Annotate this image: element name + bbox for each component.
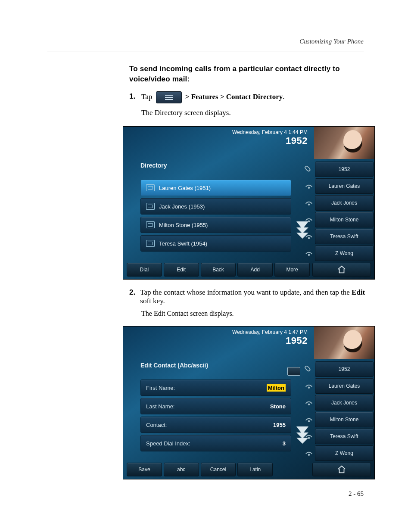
field-label: Last Name: [146,403,174,410]
softkey-save[interactable]: Save [127,463,162,476]
speed-dial-icon [304,215,314,224]
step-number: 1. [129,91,141,102]
field-label: Contact: [146,422,167,428]
line-key[interactable]: Milton Stone [315,212,374,227]
svg-point-3 [308,238,310,239]
page-number: 2 - 65 [349,490,364,498]
line-key[interactable]: Z Wong [315,445,374,461]
list-item[interactable]: Jack Jones (1953) [140,198,291,215]
panel-title: Edit Contact (Abc/ascii) [140,362,208,369]
status-extension: 1952 [232,335,308,346]
directory-list: Lauren Gates (1951) Jack Jones (1953) Mi… [140,177,291,254]
svg-point-8 [308,438,310,439]
line-key-label: Lauren Gates [329,383,360,389]
line-key[interactable]: Jack Jones [315,195,374,211]
line-key[interactable]: Z Wong [315,246,374,261]
list-item[interactable]: Lauren Gates (1951) [140,180,291,196]
softkey-add[interactable]: Add [237,263,273,277]
handset-icon [304,364,314,374]
line-key-label: Teresa Swift [330,433,358,439]
softkey-cancel[interactable]: Cancel [201,463,236,476]
line-key-label: Jack Jones [331,200,357,206]
contact-card-icon [146,203,155,210]
speed-dial-icon [304,249,314,258]
contact-card-icon [146,240,155,247]
home-button[interactable] [312,263,371,277]
step-body: Tap the contact whose information you wa… [140,288,368,305]
speed-dial-icon [304,398,314,408]
line-key-label: 1952 [339,166,350,172]
softkey-dial[interactable]: Dial [127,263,162,277]
line-key-label: Teresa Swift [330,233,358,240]
field-last-name[interactable]: Last Name: Stone [140,398,291,414]
softkey-abc[interactable]: abc [164,463,199,476]
softkey-back[interactable]: Back [201,263,236,277]
field-value: Milton [267,384,286,392]
status-bar: Wednesday, February 4 1:47 PM 1952 [232,329,308,346]
step-body: Tap > Features > Contact Directory. [141,91,284,103]
procedure-heading: To send incoming calls from a particular… [129,64,368,84]
line-key-label: Z Wong [335,450,353,456]
field-value: 3 [283,440,286,447]
speed-dial-icon [304,448,314,458]
handset-icon [304,165,314,174]
line-key[interactable]: Teresa Swift [315,229,374,244]
step-2: 2. Tap the contact whose information you… [129,288,368,305]
header-rule [47,52,364,52]
speed-dial-icon [304,181,314,191]
step-2-result: The Edit Contact screen displays. [141,310,368,317]
directory-screenshot: Wednesday, February 4 1:44 PM 1952 Direc… [123,126,375,280]
menu-path: > Features > Contact Directory [185,93,283,101]
running-header: Customizing Your Phone [299,38,364,45]
line-key-label: Jack Jones [331,400,357,406]
softkey-latin[interactable]: Latin [237,463,273,476]
softkey-more[interactable]: More [274,263,310,277]
softkey-name: Edit [352,288,365,296]
status-bar: Wednesday, February 4 1:44 PM 1952 [232,129,308,146]
line-key[interactable]: 1952 [315,361,374,377]
softkey-edit[interactable]: Edit [164,263,199,277]
line-key-label: Z Wong [335,250,353,256]
contact-card-icon [146,184,155,191]
line-key[interactable]: Jack Jones [315,395,374,411]
home-icon [337,265,346,274]
line-key[interactable]: 1952 [315,162,374,177]
list-item[interactable]: Teresa Swift (1954) [140,235,291,252]
step-number: 2. [129,288,140,297]
speed-dial-icon [304,198,314,208]
softkey-bar: Dial Edit Back Add More [127,263,310,277]
edit-contact-screenshot: Wednesday, February 4 1:47 PM 1952 Edit … [123,326,375,479]
field-first-name[interactable]: First Name: Milton [140,380,291,396]
speed-dial-icon [304,432,314,441]
home-button[interactable] [312,463,371,476]
field-label: First Name: [146,385,175,391]
list-item-label: Teresa Swift (1954) [159,240,207,247]
line-key[interactable]: Milton Stone [315,412,374,427]
edit-form: First Name: Milton Last Name: Stone Cont… [140,377,291,454]
list-item[interactable]: Milton Stone (1955) [140,217,291,233]
panel-title: Directory [140,162,167,169]
field-speed-dial-index[interactable]: Speed Dial Index: 3 [140,435,291,451]
list-item-label: Lauren Gates (1951) [159,185,211,191]
step-1: 1. Tap > Features > Contact Directory. [129,91,368,103]
step-text: soft key. [140,297,165,305]
menu-icon [156,91,182,103]
field-contact[interactable]: Contact: 1955 [140,417,291,433]
line-key[interactable]: Teresa Swift [315,429,374,444]
contact-card-icon [146,221,155,228]
self-view-video [314,127,374,159]
line-key-label: Milton Stone [330,417,359,423]
period: . [283,93,284,101]
svg-point-7 [308,421,310,422]
line-key[interactable]: Lauren Gates [315,378,374,394]
speed-dial-icon [304,381,314,391]
line-key[interactable]: Lauren Gates [315,178,374,194]
keyboard-icon[interactable] [287,367,300,376]
svg-point-9 [308,454,310,456]
field-value: 1955 [273,422,286,428]
speed-dial-icon [304,415,314,424]
svg-point-6 [308,404,310,405]
speed-dial-icon [304,232,314,241]
svg-point-0 [308,187,310,189]
step-text: Tap the contact whose information you wa… [140,288,352,296]
